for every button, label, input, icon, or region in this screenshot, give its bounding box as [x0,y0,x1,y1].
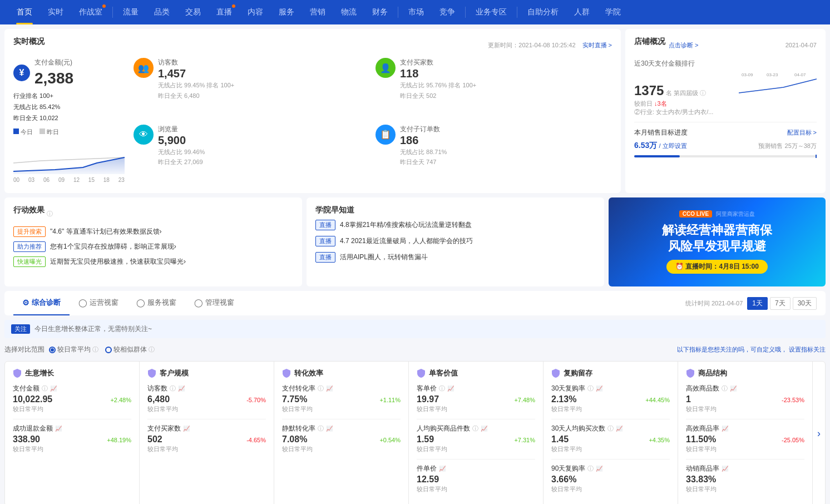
academy-item[interactable]: 直播 活用AIPL圈人，玩转销售漏斗 [315,252,595,263]
action-info-icon: ⓘ [47,210,53,218]
nav-item-学院[interactable]: 学院 [597,0,629,24]
rank-value: 1375 [634,83,664,98]
nav-item-自助分析[interactable]: 自助分析 [520,0,566,24]
col-item-sub: 较日常平均 [13,445,131,453]
col-item-name: 支付转化率 [282,384,315,393]
nav-item-业务专区[interactable]: 业务专区 [468,0,515,24]
col-trend-icon[interactable]: 📈 [447,386,454,392]
col-title: 单客价值 [429,368,458,378]
col-trend-icon[interactable]: 📈 [722,426,728,432]
tab-综合诊断[interactable]: ⚙综合诊断 [13,291,70,315]
metric-icon-浏览量: 👁 [134,125,154,145]
col-trend-icon[interactable]: 📈 [50,386,57,392]
action-item[interactable]: 提升搜索 "4.6" 等直通车计划已有效果数据反馈› [13,226,293,237]
nav-item-作战室[interactable]: 作战室 [71,0,110,24]
col-trend-icon[interactable]: 📈 [326,426,333,432]
metric-sub: 无线占比 88.71% 昨日全天 747 [400,147,447,167]
live-link[interactable]: 实时直播 > [582,41,612,50]
col-trend-icon[interactable]: 📈 [596,466,602,472]
nav-item-直播[interactable]: 直播 [209,0,240,24]
set-metrics-link[interactable]: 设置指标关注 [789,346,826,353]
nav-item-市场[interactable]: 市场 [401,0,432,24]
col-trend-icon[interactable]: 📈 [183,426,190,432]
col-item-sub: 较日常平均 [417,485,535,493]
col-trend-icon[interactable]: 📈 [481,426,487,432]
action-item[interactable]: 助力推荐 您有1个宝贝存在投放障碍，影响正常展现› [13,241,293,252]
col-trend-icon[interactable]: 📈 [596,386,602,392]
col-item: 支付转化率 ⓘ 📈 7.75% +1.11% 较日常平均 [282,384,401,413]
nav-item-实时[interactable]: 实时 [40,0,71,24]
shield-icon [147,368,156,378]
academy-item[interactable]: 直播 4.7 2021最近流量破局，人人都能学会的技巧 [315,236,595,246]
radio-较日常平均[interactable]: 较日常平均ⓘ [49,345,98,354]
tab-运营视窗[interactable]: ◯运营视窗 [70,291,127,315]
rank-change: ↓3名 [654,100,667,107]
col-item: 90天复购率 ⓘ 📈 3.66% 较日常平均 [551,464,670,493]
col-trend-icon[interactable]: 📈 [178,386,185,392]
time-btn-30天[interactable]: 30天 [793,297,817,310]
col-item-value: 338.90 [13,434,40,444]
tab-label: 服务视窗 [147,298,176,308]
target-set-link[interactable]: / 立即设置 [659,142,687,149]
col-trend-icon[interactable]: 📈 [730,386,737,392]
payment-value: 2,388 [34,70,73,87]
col-trend-icon[interactable]: 📈 [326,386,333,392]
nav-item-交易[interactable]: 交易 [177,0,209,24]
nav-item-首页[interactable]: 首页 [9,0,40,24]
metrics-scroll-right[interactable]: › [813,362,825,504]
col-trend-icon[interactable]: 📈 [616,426,622,432]
col-item-value: 33.83% [686,475,716,485]
nav-item-流量[interactable]: 流量 [115,0,146,24]
tab-label: 管理视窗 [205,298,234,308]
nav-item-内容[interactable]: 内容 [240,0,271,24]
metric-col-转化效率: 转化效率 支付转化率 ⓘ 📈 7.75% +1.11% 较日常平均 静默转化率 … [274,362,409,504]
tab-管理视窗[interactable]: ◯管理视窗 [185,291,243,315]
radio-较相似群体[interactable]: 较相似群体ⓘ [105,345,155,354]
radio-dot [105,347,112,353]
rank-tier: 第四届级 [674,90,698,96]
action-tag: 提升搜索 [13,226,46,237]
live-tag: 直播 [315,252,335,263]
col-item: 支付金额 ⓘ 📈 10,022.95 +2.48% 较日常平均 [13,384,131,413]
col-item-sub: 较日常平均 [417,445,535,453]
tab-服务视窗[interactable]: ◯服务视窗 [127,291,185,315]
shop-date: 2021-04-07 [785,42,817,48]
metric-box-支付买家数: 👤 支付买家数 118 无线占比 95.76% 排名 100+ 昨日全天 502 [376,58,612,119]
metric-name: 支付买家数 [400,58,476,67]
col-trend-icon[interactable]: 📈 [439,466,446,472]
action-tag: 快速曝光 [13,256,46,267]
col-item: 30天复购率 ⓘ 📈 2.13% +44.45% 较日常平均 [551,384,670,413]
col-item: 静默转化率 ⓘ 📈 7.08% +0.54% 较日常平均 [282,424,401,453]
metric-icon-支付子订单数: 📋 [376,125,396,145]
nav-item-人群[interactable]: 人群 [566,0,597,24]
col-item-change: +7.48% [514,397,535,403]
col-trend-icon[interactable]: 📈 [722,466,728,472]
tab-label: 综合诊断 [32,298,61,308]
ad-btn[interactable]: ⏰ 直播时间：4月8日 15:00 [666,260,768,274]
target-title: 本月销售目标进度 [634,128,688,137]
nav-item-竞争[interactable]: 竞争 [432,0,463,24]
time-btn-1天[interactable]: 1天 [747,297,768,310]
nav-item-营销[interactable]: 营销 [302,0,333,24]
notice-tag: 关注 [11,324,30,334]
nav-item-服务[interactable]: 服务 [271,0,302,24]
nav-item-物流[interactable]: 物流 [333,0,364,24]
action-item[interactable]: 快速曝光 近期暂无宝贝使用极速推，快速获取宝贝曝光› [13,256,293,267]
metric-box-访客数: 👥 访客数 1,457 无线占比 99.45% 排名 100+ 昨日全天 6,4… [134,58,370,119]
metric-name: 访客数 [158,58,234,67]
col-title: 生意增长 [25,368,54,378]
shop-diag-link[interactable]: 点击诊断 > [669,41,698,50]
target-config-link[interactable]: 配置目标 > [787,129,817,137]
col-info-icon: ⓘ [472,424,478,433]
nav-item-品类[interactable]: 品类 [146,0,177,24]
main-nav: 首页实时作战室流量品类交易直播内容服务营销物流财务市场竞争业务专区自助分析人群学… [0,0,830,24]
col-trend-icon[interactable]: 📈 [55,426,62,432]
metric-col-单客价值: 单客价值 客单价 ⓘ 📈 19.97 +7.48% 较日常平均 人均购买商品件数… [409,362,544,504]
time-btn-7天[interactable]: 7天 [770,297,791,310]
ad-card[interactable]: CCO LIVE 阿里商家营运盘 解读经营神器营商保 风险早发现早规避 ⏰ 直播… [609,197,826,286]
col-item-name: 高效商品数 [686,384,719,393]
academy-item[interactable]: 直播 4.8掌握21年精/准搜索核心玩法流量逆转翻盘 [315,220,595,230]
col-item: 件单价 📈 12.59 较日常平均 [417,464,535,493]
academy-text: 活用AIPL圈人，玩转销售漏斗 [340,253,428,262]
nav-item-财务[interactable]: 财务 [364,0,396,24]
